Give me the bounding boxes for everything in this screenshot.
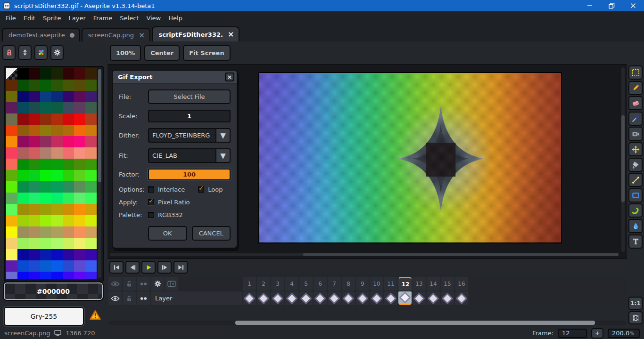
palette-swatch[interactable] <box>51 170 63 181</box>
center-button[interactable]: Center <box>144 45 180 61</box>
100--button[interactable]: 100% <box>110 45 141 61</box>
menu-select[interactable]: Select <box>116 13 142 24</box>
pencil-tool[interactable] <box>628 81 643 95</box>
palette-swatch[interactable] <box>63 125 74 136</box>
palette-swatch[interactable] <box>51 204 63 215</box>
layer-name[interactable]: Layer <box>151 291 242 305</box>
palette-swatch[interactable] <box>63 204 74 215</box>
cel-frame-16[interactable] <box>455 291 468 305</box>
cel-frame-2[interactable] <box>257 291 270 305</box>
frame-header-8[interactable]: 8 <box>342 277 355 291</box>
palette-swatch[interactable] <box>17 80 29 91</box>
palette-swatch[interactable] <box>40 125 51 136</box>
tab-screencap-png[interactable]: screenCap.png× <box>82 28 151 41</box>
text-tool[interactable] <box>628 234 643 249</box>
palette-swatch[interactable] <box>74 125 85 136</box>
palette-swatch[interactable] <box>63 80 74 91</box>
palette-swatch[interactable] <box>29 249 40 260</box>
cel-frame-15[interactable] <box>441 291 454 305</box>
cel-frame-4[interactable] <box>285 291 298 305</box>
palette-swatch[interactable] <box>40 147 51 159</box>
interlace-checkbox[interactable]: ✓ Interlace <box>148 186 185 193</box>
frame-header-3[interactable]: 3 <box>271 277 284 291</box>
palette-swatch[interactable] <box>51 80 63 91</box>
palette-swatch[interactable] <box>51 136 63 147</box>
frame-header-1[interactable]: 1 <box>243 277 256 291</box>
palette-swatch[interactable] <box>85 215 97 226</box>
visibility-column-eye-icon[interactable] <box>108 277 122 291</box>
palette-swatch[interactable] <box>29 204 40 215</box>
palette-swatch[interactable] <box>63 91 74 102</box>
palette-scrollbar-thumb[interactable] <box>98 69 101 182</box>
ok-button[interactable]: OK <box>148 226 187 241</box>
cel-frame-6[interactable] <box>314 291 327 305</box>
play-button[interactable] <box>141 261 156 274</box>
frame-header-13[interactable]: 13 <box>413 277 426 291</box>
frame-header-2[interactable]: 2 <box>257 277 270 291</box>
palette-swatch[interactable] <box>6 226 17 238</box>
palette-swatch[interactable] <box>74 260 85 272</box>
palette-swatch[interactable] <box>40 215 51 226</box>
cel-options-icon[interactable] <box>165 277 178 291</box>
palette-swatch[interactable] <box>63 272 74 279</box>
line-tool[interactable] <box>628 173 643 187</box>
palette-swatch[interactable] <box>6 136 17 147</box>
palette-swatch[interactable] <box>6 249 17 260</box>
frame-header-15[interactable]: 15 <box>441 277 454 291</box>
palette-swatch[interactable] <box>29 215 40 226</box>
palette-swatch[interactable] <box>74 80 85 91</box>
palette-swatch[interactable] <box>6 147 17 159</box>
palette-swatch[interactable] <box>17 102 29 113</box>
palette-swatch[interactable] <box>51 181 63 193</box>
palette-swatch[interactable] <box>40 193 51 204</box>
palette-swatch[interactable] <box>29 102 40 113</box>
palette-swatch[interactable] <box>51 238 63 249</box>
palette-swatch[interactable] <box>29 170 40 181</box>
palette-swatch[interactable] <box>17 238 29 249</box>
cel-frame-13[interactable] <box>413 291 426 305</box>
color-mode-button[interactable]: Gry-255 <box>4 307 84 326</box>
cancel-button[interactable]: CANCEL <box>192 226 231 241</box>
palette-swatch[interactable] <box>40 204 51 215</box>
palette-swatch[interactable] <box>17 170 29 181</box>
palette-swatch[interactable] <box>40 226 51 238</box>
cel-frame-10[interactable] <box>370 291 383 305</box>
palette-swatch[interactable] <box>6 193 17 204</box>
foreground-color-display[interactable]: #000000 <box>4 282 103 300</box>
palette-sort-button[interactable] <box>18 45 32 60</box>
menu-file[interactable]: File <box>2 13 20 24</box>
rgb332-checkbox[interactable]: ✓ RGB332 <box>148 211 183 218</box>
palette-swatch[interactable] <box>29 91 40 102</box>
layer-lock-padlock-icon[interactable] <box>123 291 136 305</box>
cel-frame-9[interactable] <box>356 291 369 305</box>
zoom-tool[interactable] <box>628 127 643 141</box>
go-to-last-frame-button[interactable] <box>173 261 188 274</box>
palette-swatch[interactable] <box>29 272 40 279</box>
palette-swatch[interactable] <box>6 170 17 181</box>
palette-options-button[interactable] <box>50 45 64 60</box>
palette-swatch[interactable] <box>85 136 97 147</box>
palette-swatch[interactable] <box>6 91 17 102</box>
menu-sprite[interactable]: Sprite <box>39 13 65 24</box>
timeline-scrollbar[interactable] <box>108 321 626 325</box>
palette-swatch[interactable] <box>74 159 85 170</box>
menu-view[interactable]: View <box>142 13 165 24</box>
factor-slider[interactable]: 100 <box>148 169 231 180</box>
palette-swatch[interactable] <box>29 226 40 238</box>
palette-swatch[interactable] <box>40 136 51 147</box>
palette-swatch[interactable] <box>51 159 63 170</box>
cel-frame-1[interactable] <box>243 291 256 305</box>
rgb332-checkbox-box[interactable]: ✓ <box>148 212 154 218</box>
palette-swatch[interactable] <box>40 260 51 272</box>
palette-swatch[interactable] <box>63 102 74 113</box>
palette-swatch[interactable] <box>85 204 97 215</box>
palette-swatch[interactable] <box>51 102 63 113</box>
frame-header-4[interactable]: 4 <box>285 277 298 291</box>
palette-swatch[interactable] <box>17 249 29 260</box>
menu-frame[interactable]: Frame <box>90 13 116 24</box>
dither-dropdown-arrow-icon[interactable]: ▼ <box>215 128 231 143</box>
palette-swatch[interactable] <box>29 147 40 159</box>
palette-swatch[interactable] <box>29 238 40 249</box>
palette-swatch[interactable] <box>85 272 97 279</box>
frame-header-16[interactable]: 16 <box>455 277 468 291</box>
